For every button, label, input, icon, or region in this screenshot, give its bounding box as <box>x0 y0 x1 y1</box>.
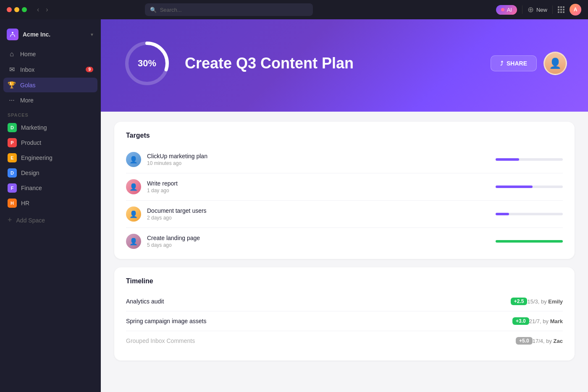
timeline-name-3: Grouped Inbox Comments <box>126 337 512 344</box>
cards-area: Targets 👤 ClickUp marketing plan 10 minu… <box>101 112 588 371</box>
sidebar-item-home[interactable]: ⌂ Home <box>3 47 97 61</box>
timeline-meta-2: 21/7, by Mark <box>529 318 563 324</box>
target-name-2: Write report <box>147 180 490 187</box>
nav-forward[interactable]: › <box>43 5 50 14</box>
more-icon: ··· <box>8 97 16 104</box>
grid-icon[interactable] <box>558 6 564 13</box>
tl-maximize[interactable] <box>22 7 27 12</box>
share-label: SHARE <box>507 60 527 67</box>
user-avatar[interactable]: A <box>570 4 581 16</box>
timeline-meta-3: 17/4, by Zac <box>533 338 563 344</box>
space-name: HR <box>21 200 29 206</box>
search-bar[interactable]: 🔍 Search... <box>145 3 313 16</box>
target-avatar-3: 👤 <box>126 206 141 222</box>
timeline-item: Analytics audit +2.5 15/3, by Emily <box>126 292 563 311</box>
progress-ring: 30% <box>122 38 172 89</box>
timeline-meta-1: 15/3, by Emily <box>527 298 563 305</box>
targets-section-title: Targets <box>126 132 563 139</box>
target-item: 👤 Document target users 2 days ago <box>126 201 563 228</box>
target-avatar-2: 👤 <box>126 179 141 194</box>
target-info-1: ClickUp marketing plan 10 minutes ago <box>147 153 490 166</box>
inbox-icon: ✉ <box>8 65 16 73</box>
topbar-divider2 <box>552 5 553 14</box>
sidebar-item-goals[interactable]: 🏆 Golas <box>3 78 97 92</box>
sidebar-nav: ⌂ Home ✉ Inbox 9 🏆 Golas ··· More <box>0 47 101 107</box>
hero-user-avatar[interactable]: 👤 <box>543 52 567 75</box>
add-space-label: Add Space <box>16 217 45 224</box>
target-info-2: Write report 1 day ago <box>147 180 490 193</box>
nav-arrows: ‹ › <box>34 5 51 14</box>
space-dot-marketing: D <box>8 123 17 132</box>
search-placeholder: Search... <box>160 7 182 13</box>
hero-section: 30% Create Q3 Content Plan ⤴ SHARE 👤 <box>101 19 588 112</box>
target-progress-fill-4 <box>496 240 563 243</box>
target-progress-fill-2 <box>496 186 533 188</box>
target-info-4: Create landing page 5 days ago <box>147 235 490 248</box>
timeline-name-2: Spring campaign image assets <box>126 318 508 324</box>
sidebar-item-hr[interactable]: H HR <box>3 196 97 211</box>
topbar: ‹ › 🔍 Search... AI ⊕ New A <box>0 0 588 19</box>
space-dot-engineering: E <box>8 153 17 162</box>
home-icon: ⌂ <box>8 50 16 58</box>
targets-card: Targets 👤 ClickUp marketing plan 10 minu… <box>114 122 575 259</box>
space-name: Engineering <box>21 154 52 161</box>
space-name: Finance <box>21 185 42 191</box>
hero-actions: ⤴ SHARE 👤 <box>491 52 567 75</box>
share-button[interactable]: ⤴ SHARE <box>491 55 537 71</box>
sidebar-item-label: Home <box>20 51 36 57</box>
target-avatar-4: 👤 <box>126 234 141 249</box>
topbar-divider <box>522 5 522 14</box>
hero-title: Create Q3 Content Plan <box>185 55 478 72</box>
sidebar-item-product[interactable]: P Product <box>3 135 97 150</box>
ai-button[interactable]: AI <box>496 5 517 15</box>
target-progress-3 <box>496 213 563 215</box>
sidebar-item-more[interactable]: ··· More <box>3 93 97 107</box>
target-time-4: 5 days ago <box>147 242 490 248</box>
timeline-item: Spring campaign image assets +3.0 21/7, … <box>126 311 563 331</box>
sidebar-item-marketing[interactable]: D Marketing <box>3 120 97 135</box>
timeline-badge-3: +5.0 <box>516 337 533 345</box>
space-dot-hr: H <box>8 199 17 208</box>
target-time-2: 1 day ago <box>147 188 490 193</box>
ai-label: AI <box>507 7 512 13</box>
sidebar-item-label: More <box>20 97 34 104</box>
tl-minimize[interactable] <box>14 7 19 12</box>
space-name: Product <box>21 139 41 146</box>
add-space-button[interactable]: + Add Space <box>0 212 101 228</box>
tl-close[interactable] <box>7 7 12 12</box>
sidebar-item-engineering[interactable]: E Engineering <box>3 150 97 165</box>
target-avatar-1: 👤 <box>126 152 141 167</box>
target-item: 👤 Create landing page 5 days ago <box>126 228 563 249</box>
nav-back[interactable]: ‹ <box>34 5 42 14</box>
space-dot-product: P <box>8 138 17 147</box>
spaces-section-label: Spaces <box>0 107 101 120</box>
timeline-card: Timeline Analytics audit +2.5 15/3, by E… <box>114 267 575 361</box>
main-layout: Acme Inc. ▼ ⌂ Home ✉ Inbox 9 🏆 Golas ··· <box>0 19 588 392</box>
chevron-down-icon: ▼ <box>90 32 94 37</box>
target-progress-1 <box>496 158 563 161</box>
space-dot-finance: F <box>8 183 17 193</box>
target-item: 👤 Write report 1 day ago <box>126 173 563 201</box>
plus-icon: ⊕ <box>528 5 534 14</box>
workspace-name: Acme Inc. <box>23 31 50 38</box>
sidebar: Acme Inc. ▼ ⌂ Home ✉ Inbox 9 🏆 Golas ··· <box>0 19 101 392</box>
timeline-section-title: Timeline <box>126 277 563 285</box>
sidebar-item-design[interactable]: D Design <box>3 165 97 180</box>
svg-point-0 <box>12 32 13 34</box>
search-icon: 🔍 <box>150 7 157 13</box>
sidebar-item-inbox[interactable]: ✉ Inbox 9 <box>3 62 97 77</box>
new-button[interactable]: ⊕ New <box>528 5 547 14</box>
target-name-3: Document target users <box>147 207 490 214</box>
space-name: Design <box>21 170 39 176</box>
main-content: 30% Create Q3 Content Plan ⤴ SHARE 👤 Tar… <box>101 19 588 392</box>
space-dot-design: D <box>8 168 17 178</box>
target-info-3: Document target users 2 days ago <box>147 207 490 221</box>
workspace-header[interactable]: Acme Inc. ▼ <box>0 26 101 47</box>
timeline-item: Grouped Inbox Comments +5.0 17/4, by Zac <box>126 331 563 350</box>
progress-percentage: 30% <box>138 58 156 69</box>
traffic-lights <box>7 7 27 12</box>
target-time-3: 2 days ago <box>147 215 490 221</box>
workspace-icon <box>7 29 18 40</box>
sidebar-item-finance[interactable]: F Finance <box>3 180 97 196</box>
avatar-face: 👤 <box>545 53 566 74</box>
